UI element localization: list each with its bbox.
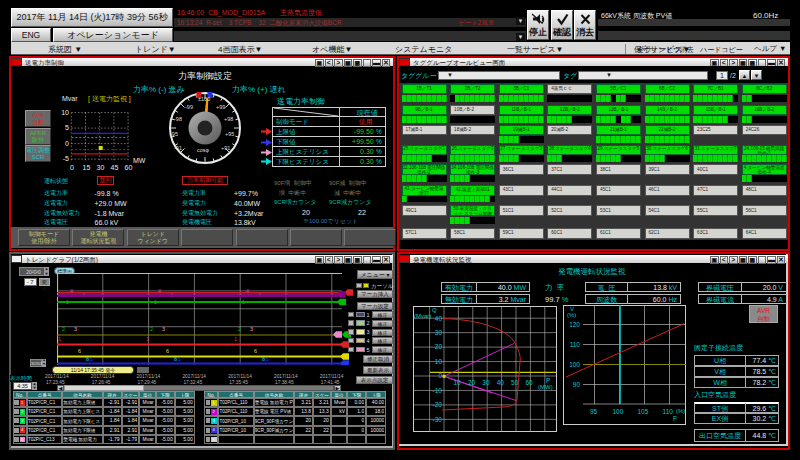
svg-text:3: 3 xyxy=(250,326,253,332)
svg-text:7: 7 xyxy=(82,292,85,298)
svg-text:3: 3 xyxy=(162,326,165,332)
svg-text:8: 8 xyxy=(262,356,265,362)
svg-text:6: 6 xyxy=(166,348,169,354)
svg-text:6: 6 xyxy=(78,348,81,354)
svg-text:4: 4 xyxy=(70,288,73,294)
svg-text:4: 4 xyxy=(246,288,249,294)
svg-text:6: 6 xyxy=(254,348,257,354)
svg-text:1: 1 xyxy=(242,299,245,305)
svg-text:1: 1 xyxy=(154,299,157,305)
svg-text:2: 2 xyxy=(238,326,241,332)
svg-text:1: 1 xyxy=(146,336,149,342)
svg-text:7: 7 xyxy=(258,292,261,298)
svg-text:5: 5 xyxy=(266,356,269,362)
svg-text:4: 4 xyxy=(158,288,161,294)
svg-text:1: 1 xyxy=(66,299,69,305)
svg-text:3: 3 xyxy=(74,326,77,332)
svg-text:5: 5 xyxy=(178,356,181,362)
svg-text:1: 1 xyxy=(58,336,61,342)
svg-text:7: 7 xyxy=(170,292,173,298)
svg-text:1: 1 xyxy=(234,336,237,342)
svg-text:8: 8 xyxy=(174,356,177,362)
svg-text:5: 5 xyxy=(90,356,93,362)
svg-text:2: 2 xyxy=(150,326,153,332)
svg-text:8: 8 xyxy=(86,356,89,362)
svg-text:2: 2 xyxy=(62,326,65,332)
